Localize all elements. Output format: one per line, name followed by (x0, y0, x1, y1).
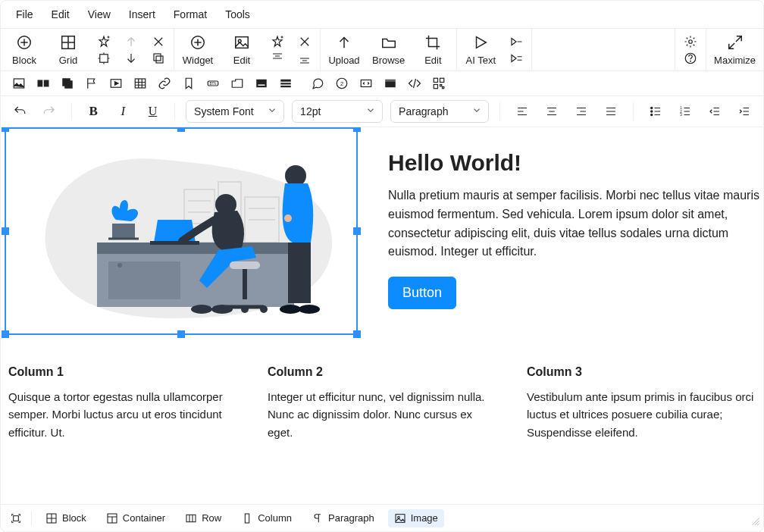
resize-corner-icon[interactable] (750, 515, 760, 528)
align-center-button[interactable] (540, 99, 562, 124)
font-select[interactable]: System Font (186, 100, 284, 123)
embed-icon[interactable] (359, 76, 374, 91)
underline-button[interactable]: U (142, 99, 164, 124)
align-left-button[interactable] (511, 99, 533, 124)
play-lines-icon[interactable] (509, 51, 524, 66)
menu-tools[interactable]: Tools (216, 4, 259, 25)
column-title[interactable]: Column 3 (527, 365, 756, 379)
play-icon (471, 33, 490, 52)
edit-button[interactable]: Edit (417, 33, 449, 66)
widget-button[interactable]: Widget (182, 33, 214, 66)
upload-button[interactable]: Upload (328, 33, 360, 66)
menu-edit[interactable]: Edit (42, 4, 79, 25)
column-3[interactable]: Column 3 Vestibulum ante ipsum primis in… (527, 365, 756, 441)
close-icon[interactable] (151, 34, 166, 49)
indent-button[interactable] (734, 99, 756, 124)
hero-body[interactable]: Nulla pretium mauris at semper facilisis… (388, 186, 759, 261)
selected-image[interactable] (5, 127, 358, 335)
column-body[interactable]: Vestibulum ante ipsum primis in faucibus… (527, 388, 756, 441)
flag-icon[interactable] (84, 76, 99, 91)
tab-icon[interactable] (230, 76, 245, 91)
align-top-icon[interactable] (270, 51, 285, 66)
browse-button[interactable]: Browse (372, 33, 405, 66)
bold-button[interactable]: B (82, 99, 104, 124)
outdent-button[interactable] (703, 99, 725, 124)
button-icon[interactable]: BTN (205, 76, 221, 91)
link-icon[interactable] (157, 76, 172, 91)
copy-icon[interactable] (151, 51, 166, 66)
play-line-icon[interactable] (509, 34, 524, 49)
panel-icon[interactable] (383, 76, 398, 91)
inward-arrows-icon[interactable] (96, 51, 111, 66)
svg-text:BTN: BTN (210, 82, 217, 86)
star-plus-icon[interactable] (96, 34, 111, 49)
bc-image[interactable]: Image (388, 509, 444, 527)
menu-file[interactable]: File (7, 4, 42, 25)
menu-view[interactable]: View (79, 4, 120, 25)
edit-image-button[interactable]: Edit (226, 33, 258, 66)
gear-icon[interactable] (683, 34, 698, 49)
star-plus-icon[interactable] (270, 34, 285, 49)
video-icon[interactable] (108, 76, 124, 91)
column-1[interactable]: Column 1 Quisque a tortor egestas nulla … (8, 365, 237, 441)
redo-button[interactable] (38, 99, 60, 124)
bc-row[interactable]: Row (179, 509, 227, 527)
column-body[interactable]: Integer ut efficitur nunc, vel dignissim… (268, 388, 496, 441)
bookmark-icon[interactable] (181, 76, 196, 91)
close-icon[interactable] (297, 34, 312, 49)
bc-select-all[interactable] (8, 509, 23, 527)
hero-button[interactable]: Button (388, 277, 456, 309)
style-select[interactable]: Paragraph (390, 100, 489, 123)
hero-text[interactable]: Hello World! Nulla pretium mauris at sem… (388, 127, 759, 309)
code-icon[interactable] (407, 76, 422, 91)
stack-icon[interactable] (60, 76, 75, 91)
comment-icon[interactable] (310, 76, 325, 91)
ai-text-button[interactable]: AI Text (465, 33, 496, 66)
arrow-up-icon[interactable] (124, 34, 139, 49)
list-icon[interactable] (278, 76, 293, 91)
qr-icon[interactable] (431, 76, 446, 91)
breadcrumb-bar: Block Container Row Column Paragraph Ima… (1, 504, 763, 531)
bc-paragraph[interactable]: Paragraph (305, 509, 380, 527)
column-body[interactable]: Quisque a tortor egestas nulla ullamcorp… (8, 388, 237, 441)
resize-handle-tl[interactable] (2, 127, 9, 132)
grid-button[interactable]: Grid (52, 33, 84, 66)
resize-handle-br[interactable] (353, 330, 361, 338)
undo-button[interactable] (8, 99, 30, 124)
resize-handle-mr[interactable] (353, 227, 361, 235)
resize-handle-tr[interactable] (353, 127, 361, 132)
gallery-icon[interactable] (36, 76, 51, 91)
align-right-button[interactable] (571, 99, 593, 124)
resize-handle-ml[interactable] (2, 227, 9, 235)
bc-container[interactable]: Container (100, 509, 171, 527)
bc-column[interactable]: Column (235, 509, 298, 527)
menu-format[interactable]: Format (164, 4, 216, 25)
arrow-down-icon[interactable] (124, 51, 139, 66)
resize-handle-tm[interactable] (177, 127, 185, 132)
column-2[interactable]: Column 2 Integer ut efficitur nunc, vel … (268, 365, 496, 441)
column-title[interactable]: Column 1 (8, 365, 237, 379)
align-justify-button[interactable] (600, 99, 622, 124)
table-icon[interactable] (133, 76, 148, 91)
settings-help (683, 34, 698, 66)
size-select[interactable]: 12pt (292, 100, 383, 123)
svg-marker-48 (115, 82, 119, 86)
card-icon[interactable] (254, 76, 269, 91)
image-icon[interactable] (11, 76, 27, 91)
bullet-list-button[interactable] (644, 99, 666, 124)
menu-insert[interactable]: Insert (120, 4, 164, 25)
editor-canvas[interactable]: Hello World! Nulla pretium mauris at sem… (1, 127, 763, 479)
help-icon[interactable] (683, 51, 698, 66)
hero-title[interactable]: Hello World! (388, 150, 759, 176)
svg-point-122 (260, 305, 268, 313)
resize-handle-bl[interactable] (2, 330, 9, 338)
block-button[interactable]: Block (8, 33, 40, 66)
italic-button[interactable]: I (112, 99, 134, 124)
number-list-button[interactable]: 123 (674, 99, 696, 124)
number-circle-icon[interactable]: 2 (334, 76, 349, 91)
resize-handle-bm[interactable] (177, 330, 185, 338)
bc-block[interactable]: Block (39, 509, 92, 527)
align-bottom-icon[interactable] (297, 51, 312, 66)
maximize-button[interactable]: Maximize (714, 33, 756, 66)
column-title[interactable]: Column 2 (268, 365, 496, 379)
